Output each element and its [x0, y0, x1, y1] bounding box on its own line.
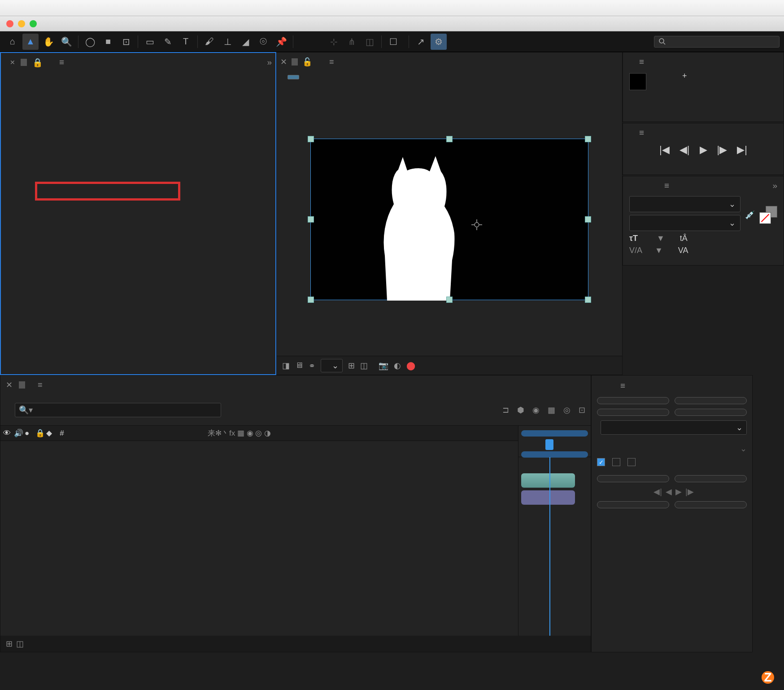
show-snapshot-icon[interactable]: ◐	[394, 361, 401, 371]
panel-menu-icon[interactable]: ≡	[639, 57, 644, 67]
roto-tool-icon[interactable]: ⦾	[255, 34, 271, 50]
font-weight-dropdown[interactable]: ⌄	[629, 215, 740, 231]
analyze-back-icon[interactable]: ◀|	[653, 487, 662, 497]
panel-more-icon[interactable]: »	[772, 181, 777, 191]
resize-handle[interactable]	[446, 297, 453, 303]
mask-icon[interactable]: ⚭	[309, 361, 315, 371]
puppet-tool-icon[interactable]: 📌	[273, 34, 289, 50]
zoom-tool-icon[interactable]: 🔍	[58, 34, 74, 50]
snap-edge-icon[interactable]: ↗	[413, 34, 429, 50]
panel-close-icon[interactable]: ✕	[10, 59, 15, 66]
resize-handle[interactable]	[308, 297, 314, 303]
display-icon[interactable]: 🖥	[295, 361, 303, 370]
layer-bar[interactable]	[521, 473, 575, 488]
3d-local-icon[interactable]: ⋔	[344, 34, 360, 50]
eyedropper-icon[interactable]: 💉	[745, 210, 755, 220]
snapshot-icon[interactable]: 📷	[379, 361, 388, 371]
channel-icon[interactable]: ⬤	[406, 361, 415, 371]
resize-handle[interactable]	[585, 136, 591, 142]
panel-menu-icon[interactable]: ≡	[59, 57, 64, 67]
flowchart-node[interactable]	[287, 75, 299, 79]
resize-handle[interactable]	[308, 136, 314, 142]
snap-options-icon[interactable]: ⚙	[431, 34, 447, 50]
position-checkbox[interactable]: ✓	[597, 458, 605, 466]
analyze-fwd-one-icon[interactable]: ▶	[675, 487, 682, 497]
panel-menu-icon[interactable]: ≡	[664, 181, 669, 191]
snap-toggle-icon[interactable]: ☐	[385, 34, 401, 50]
options-button[interactable]	[675, 475, 747, 482]
playhead[interactable]	[545, 439, 553, 450]
lock-icon[interactable]: 🔓	[302, 57, 312, 67]
comp-menu-icon[interactable]: ≡	[329, 57, 334, 67]
track-motion-button[interactable]	[597, 409, 669, 416]
col-label-icon[interactable]: ◆	[44, 428, 57, 438]
prev-frame-button[interactable]: ◀|	[679, 144, 690, 156]
timeline-close-icon[interactable]: ✕	[6, 380, 13, 390]
reset-button[interactable]	[597, 501, 669, 508]
play-button[interactable]: ▶	[700, 144, 707, 156]
tl-icon[interactable]: ▦	[548, 405, 555, 415]
composition-viewer[interactable]	[277, 83, 622, 356]
res-icon[interactable]: ⊞	[348, 361, 355, 371]
col-lock-icon[interactable]: 🔒	[33, 428, 44, 438]
warp-stabilizer-button[interactable]	[675, 397, 747, 404]
tl-icon[interactable]: ⊐	[502, 405, 509, 415]
layer-search[interactable]: 🔍▾	[15, 403, 221, 417]
apply-button[interactable]	[675, 501, 747, 508]
timeline-tracks[interactable]	[518, 426, 591, 636]
magnify-icon[interactable]: ◨	[282, 361, 290, 371]
stabilize-motion-button[interactable]	[675, 409, 747, 416]
analyze-fwd-icon[interactable]: |▶	[685, 487, 694, 497]
window-zoom-button[interactable]	[30, 20, 37, 27]
resize-handle[interactable]	[585, 297, 591, 303]
lock-icon[interactable]: 🔒	[32, 57, 43, 68]
orbit-tool-icon[interactable]: ◯	[82, 34, 98, 50]
layer-bar[interactable]	[521, 490, 575, 505]
resize-handle[interactable]	[585, 216, 591, 223]
rectangle-tool-icon[interactable]: ▭	[142, 34, 158, 50]
analyze-back-one-icon[interactable]: ◀	[666, 487, 672, 497]
tl-icon[interactable]: ⊡	[579, 405, 585, 415]
col-visibility-icon[interactable]: 👁	[0, 429, 11, 438]
next-frame-button[interactable]: |▶	[717, 144, 727, 156]
home-icon[interactable]: ⌂	[4, 34, 21, 50]
edit-target-button[interactable]	[597, 475, 669, 482]
work-area-bar[interactable]	[521, 430, 588, 437]
track-camera-button[interactable]	[597, 397, 669, 404]
font-family-dropdown[interactable]: ⌄	[629, 196, 740, 212]
clone-tool-icon[interactable]: ⊥	[219, 34, 235, 50]
comp-close-icon[interactable]: ✕	[280, 57, 287, 67]
col-solo-icon[interactable]: ●	[22, 429, 33, 438]
help-search[interactable]	[654, 36, 780, 48]
resize-handle[interactable]	[308, 216, 314, 223]
scale-checkbox[interactable]	[627, 458, 636, 466]
pen-tool-icon[interactable]: ✎	[160, 34, 176, 50]
motion-source-dropdown[interactable]: ⌄	[601, 420, 747, 435]
last-frame-button[interactable]: ▶|	[737, 144, 747, 156]
type-tool-icon[interactable]: T	[178, 34, 194, 50]
resize-handle[interactable]	[446, 136, 453, 142]
zoom-dropdown[interactable]: ⌄	[321, 359, 343, 372]
selection-tool-icon[interactable]: ▲	[22, 34, 39, 50]
camera-tool-icon[interactable]: ■	[100, 34, 116, 50]
eraser-tool-icon[interactable]: ◢	[237, 34, 253, 50]
roi-icon[interactable]: ◫	[360, 361, 368, 371]
tl-icon[interactable]: ◎	[563, 405, 571, 415]
first-frame-button[interactable]: |◀	[659, 144, 670, 156]
hand-tool-icon[interactable]: ✋	[40, 34, 57, 50]
work-area-bottom[interactable]	[521, 451, 588, 458]
col-audio-icon[interactable]: 🔊	[11, 428, 22, 438]
window-minimize-button[interactable]	[18, 20, 25, 27]
stroke-color-swatch[interactable]	[759, 212, 771, 224]
tl-bot-icon[interactable]: ◫	[16, 639, 24, 649]
rotation-checkbox[interactable]	[612, 458, 620, 466]
3d-view-icon[interactable]: ◫	[362, 34, 378, 50]
panel-menu-icon[interactable]: ≡	[620, 381, 625, 391]
panel-menu-icon[interactable]: ≡	[639, 128, 644, 138]
3d-axis-icon[interactable]: ⊹	[326, 34, 342, 50]
window-close-button[interactable]	[6, 20, 13, 27]
panel-more-icon[interactable]: »	[267, 57, 272, 67]
track-tool-icon[interactable]: ⊡	[118, 34, 134, 50]
tl-bot-icon[interactable]: ⊞	[6, 639, 13, 649]
tl-icon[interactable]: ◉	[532, 405, 540, 415]
